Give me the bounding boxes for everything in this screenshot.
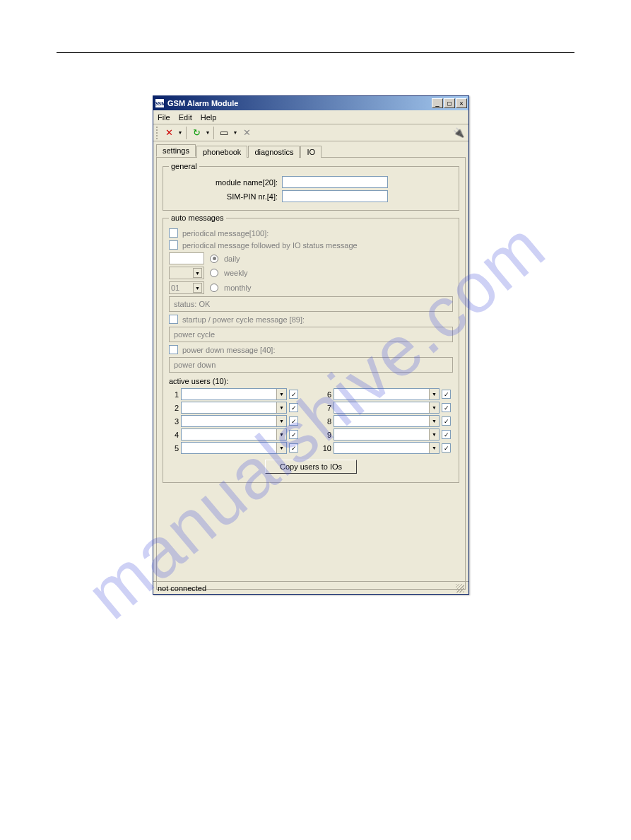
maximize-button[interactable]: □: [444, 98, 455, 108]
module-name-input[interactable]: [282, 176, 388, 188]
user-check-3[interactable]: ✓: [289, 416, 298, 426]
startup-textbox: power cycle: [169, 327, 453, 342]
powerdown-checkbox[interactable]: [169, 345, 178, 354]
general-legend: general: [169, 162, 199, 170]
monthly-combo[interactable]: 01 ▼: [169, 281, 204, 294]
dropdown-icon: ▼: [276, 416, 286, 426]
dropdown-icon: ▼: [429, 443, 439, 453]
user-combo-6[interactable]: ▼: [334, 388, 440, 400]
user-combo-10[interactable]: ▼: [334, 442, 440, 454]
tab-io[interactable]: IO: [300, 146, 322, 158]
user-check-4[interactable]: ✓: [289, 430, 298, 439]
user-check-2[interactable]: ✓: [289, 403, 298, 412]
tab-content: general module name[20]: SIM-PIN nr.[4]:…: [156, 157, 466, 590]
dropdown-icon: ▼: [429, 429, 439, 440]
user-num: 6: [322, 390, 331, 399]
auto-messages-legend: auto messages: [169, 214, 226, 222]
periodical-label: periodical message[100]:: [182, 229, 269, 238]
menu-file[interactable]: File: [158, 113, 170, 122]
user-num: 9: [322, 431, 331, 439]
startup-label: startup / power cycle message [89]:: [182, 315, 305, 324]
disconnect-icon[interactable]: ✕: [162, 126, 176, 140]
plug-icon: 🔌: [452, 126, 466, 140]
daily-radio[interactable]: [210, 255, 218, 263]
refresh-dropdown[interactable]: ▼: [205, 126, 211, 140]
dropdown-icon: ▼: [429, 416, 439, 426]
window-title: GSM Alarm Module: [167, 99, 238, 107]
user-check-6[interactable]: ✓: [442, 390, 451, 399]
minimize-button[interactable]: _: [432, 98, 443, 108]
daily-input[interactable]: [169, 252, 204, 264]
periodical-followed-label: periodical message followed by IO status…: [182, 241, 358, 250]
page-dropdown[interactable]: ▼: [232, 126, 238, 140]
page-icon[interactable]: ▭: [217, 126, 231, 140]
dropdown-icon: ▼: [429, 402, 439, 413]
module-name-label: module name[20]:: [169, 178, 282, 187]
user-combo-3[interactable]: ▼: [181, 415, 287, 427]
auto-messages-group: auto messages periodical message[100]: p…: [163, 218, 459, 483]
copy-users-button[interactable]: Copy users to IOs: [265, 460, 357, 474]
user-check-8[interactable]: ✓: [442, 416, 451, 426]
user-num: 10: [322, 444, 331, 453]
dropdown-icon: ▼: [276, 443, 286, 453]
app-icon: GSM: [155, 98, 165, 108]
tab-settings[interactable]: settings: [156, 144, 196, 157]
monthly-label: monthly: [224, 284, 252, 292]
tab-diagnostics[interactable]: diagnostics: [248, 146, 300, 158]
tab-phonebook[interactable]: phonebook: [196, 146, 247, 158]
general-group: general module name[20]: SIM-PIN nr.[4]:: [163, 166, 459, 211]
user-check-5[interactable]: ✓: [289, 443, 298, 453]
dropdown-icon: ▼: [193, 283, 202, 293]
active-users-grid: 1 ▼ ✓ 6 ▼ ✓ 2 ▼ ✓ 7 ▼ ✓ 3 ▼ ✓ 8 ▼ ✓: [169, 388, 453, 454]
weekly-combo[interactable]: ▼: [169, 267, 204, 279]
toolbar: ✕ ▼ ↻ ▼ ▭ ▼ ✕ 🔌: [153, 124, 468, 141]
user-num: 8: [322, 417, 331, 426]
statusbar: not connected: [153, 581, 468, 594]
user-check-1[interactable]: ✓: [289, 390, 298, 399]
page-divider: [57, 52, 574, 53]
user-combo-9[interactable]: ▼: [334, 428, 440, 441]
powerdown-label: power down message [40]:: [182, 346, 275, 354]
user-num: 5: [169, 444, 179, 453]
user-num: 4: [169, 431, 179, 439]
status-text: not connected: [158, 584, 206, 593]
periodical-followed-checkbox[interactable]: [169, 240, 178, 250]
user-num: 3: [169, 417, 179, 426]
refresh-icon[interactable]: ↻: [189, 126, 204, 140]
menu-edit[interactable]: Edit: [179, 113, 192, 122]
menu-help[interactable]: Help: [201, 113, 217, 122]
menubar: File Edit Help: [153, 110, 468, 124]
powerdown-textbox: power down: [169, 357, 453, 373]
toolbar-grip: [156, 127, 159, 139]
user-combo-1[interactable]: ▼: [181, 388, 287, 400]
dropdown-icon: ▼: [276, 429, 286, 440]
delete-icon[interactable]: ✕: [240, 126, 254, 140]
sim-pin-label: SIM-PIN nr.[4]:: [169, 192, 282, 201]
status-textbox: status: OK: [169, 296, 453, 312]
tabstrip: settings phonebook diagnostics IO: [153, 141, 468, 157]
disconnect-dropdown[interactable]: ▼: [177, 126, 183, 140]
startup-checkbox[interactable]: [169, 315, 178, 324]
app-window: GSM GSM Alarm Module _ □ ✕ File Edit Hel…: [153, 95, 469, 595]
user-check-9[interactable]: ✓: [442, 430, 451, 439]
user-check-7[interactable]: ✓: [442, 403, 451, 412]
user-num: 1: [169, 390, 179, 399]
monthly-radio[interactable]: [210, 284, 218, 292]
user-combo-7[interactable]: ▼: [334, 402, 440, 414]
dropdown-icon: ▼: [276, 389, 286, 399]
weekly-radio[interactable]: [210, 269, 218, 277]
close-button[interactable]: ✕: [456, 98, 467, 108]
user-check-10[interactable]: ✓: [442, 443, 451, 453]
periodical-checkbox[interactable]: [169, 228, 178, 238]
user-combo-2[interactable]: ▼: [181, 402, 287, 414]
user-combo-5[interactable]: ▼: [181, 442, 287, 454]
sim-pin-input[interactable]: [282, 190, 388, 202]
dropdown-icon: ▼: [429, 389, 439, 399]
daily-label: daily: [224, 255, 240, 263]
user-combo-8[interactable]: ▼: [334, 415, 440, 427]
titlebar: GSM GSM Alarm Module _ □ ✕: [153, 96, 468, 110]
user-num: 7: [322, 404, 331, 412]
dropdown-icon: ▼: [276, 402, 286, 413]
resize-grip-icon[interactable]: [456, 584, 464, 593]
user-combo-4[interactable]: ▼: [181, 428, 287, 441]
